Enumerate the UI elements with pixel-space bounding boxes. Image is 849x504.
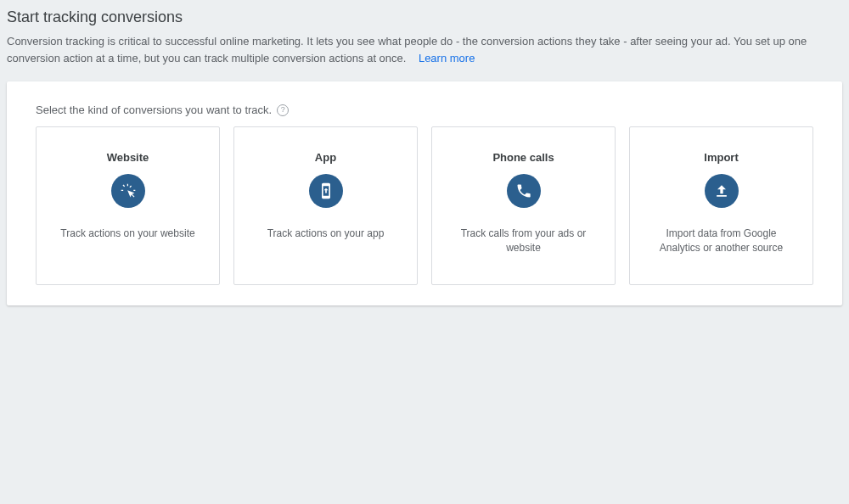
option-description: Track actions on your app [262,227,390,241]
option-import[interactable]: Import Import data from Google Analytics… [629,126,813,285]
option-title: App [315,151,336,164]
page-title: Start tracking conversions [7,8,842,26]
phone-icon [507,174,541,208]
option-description: Import data from Google Analytics or ano… [640,227,802,255]
option-phone-calls[interactable]: Phone calls Track calls from your ads or… [431,126,616,285]
option-description: Track calls from your ads or website [442,227,604,255]
learn-more-link[interactable]: Learn more [419,52,475,64]
help-icon[interactable]: ? [277,104,289,116]
description-text: Conversion tracking is critical to succe… [7,35,807,64]
option-title: Import [704,151,738,164]
conversion-panel: Select the kind of conversions you want … [7,81,842,305]
page-description: Conversion tracking is critical to succe… [7,33,842,66]
option-title: Phone calls [492,151,554,164]
upload-icon [705,174,739,208]
option-description: Track actions on your website [55,227,200,241]
options-row: Website Track actions on your website Ap… [36,126,813,285]
option-website[interactable]: Website Track actions on your website [36,126,220,285]
instruction-text: Select the kind of conversions you want … [36,104,272,116]
mobile-app-icon [309,174,343,208]
option-title: Website [107,151,149,164]
option-app[interactable]: App Track actions on your app [233,126,418,285]
cursor-click-icon [111,174,145,208]
